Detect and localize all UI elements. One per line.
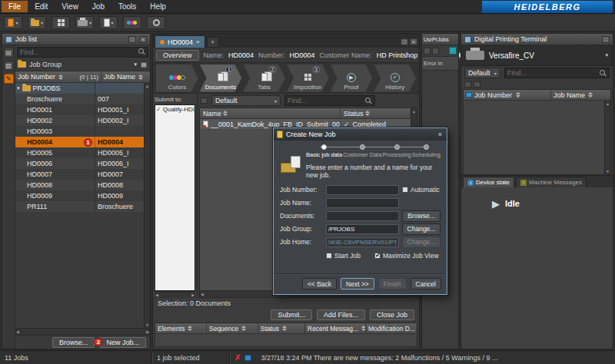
close-icon[interactable]: × — [410, 38, 417, 45]
tab-device-state[interactable]: i Device state — [463, 177, 514, 187]
sort-icon[interactable] — [58, 74, 63, 80]
view-list-icon[interactable]: ▧ — [4, 61, 14, 71]
step-imposition[interactable]: 3 Imposition — [287, 65, 329, 92]
job-list-vertical-scrollbar[interactable]: ▲▼ — [144, 83, 150, 328]
job-group-prjobs-row[interactable]: ▾PRJOBS — [15, 83, 144, 94]
close-icon[interactable]: × — [139, 36, 147, 43]
menu-view[interactable]: View — [55, 1, 85, 12]
device-row[interactable]: Versafire_CV ▾ — [461, 45, 613, 66]
sort-icon[interactable] — [516, 92, 520, 98]
step-proof[interactable]: ▶ Proof — [331, 65, 373, 92]
sort-icon[interactable] — [223, 111, 228, 116]
dpt-job-name-column-header[interactable]: Job Name — [550, 90, 610, 100]
doc-find-input[interactable] — [288, 97, 363, 104]
job-row[interactable]: HD0002HD0002_I — [15, 115, 144, 126]
search-icon[interactable] — [600, 70, 607, 77]
colors-toolbar-icon[interactable] — [123, 16, 141, 29]
maximize-job-view-checkbox[interactable] — [374, 253, 381, 259]
submit-button[interactable]: Submit... — [271, 309, 312, 320]
pin-icon[interactable]: □ — [602, 36, 610, 43]
job-grid-icon[interactable] — [52, 16, 70, 29]
job-row[interactable]: Broschuere007 — [15, 94, 144, 104]
sort-icon[interactable] — [188, 326, 192, 331]
sort-icon[interactable] — [588, 92, 593, 98]
sequence-column-header[interactable]: Sequence — [207, 323, 258, 333]
chevron-down-icon[interactable]: ▾ — [134, 61, 137, 68]
search-icon[interactable] — [365, 98, 372, 104]
search-icon[interactable] — [138, 48, 145, 55]
dpt-job-number-column-header[interactable]: Job Number — [464, 90, 550, 100]
dpt-refresh-icon[interactable] — [474, 81, 480, 88]
view-edit-icon[interactable]: ✎ — [4, 74, 14, 84]
sort-icon[interactable] — [365, 111, 370, 116]
elements-column-header[interactable]: Elements — [155, 323, 207, 333]
add-files-button[interactable]: Add Files... — [317, 309, 365, 320]
tab-machine-messages[interactable]: ! Machine Messages — [516, 177, 587, 187]
job-row[interactable]: HD0009HD0009 — [15, 190, 144, 201]
settings-toolbar-icon[interactable] — [147, 16, 165, 29]
job-row-selected[interactable]: HD00041 HD0004 — [15, 137, 144, 147]
dpt-vertical-scrollbar[interactable]: ▲▼ — [604, 101, 610, 174]
browse-button[interactable]: Browse... — [52, 337, 95, 348]
step-colors[interactable]: Colors — [156, 65, 198, 92]
open-folder-icon[interactable]: ▾ — [28, 16, 46, 29]
step-documents[interactable]: 1 Documents — [200, 65, 242, 92]
job-row[interactable]: PR111Broschuere — [15, 201, 144, 212]
dialog-title-bar[interactable]: Create New Job × — [274, 128, 447, 141]
job-group-input[interactable] — [326, 224, 399, 234]
submit-target-item[interactable]: ✓ Qualify-HD001 — [155, 105, 194, 114]
change-job-group-button[interactable]: Change... — [402, 223, 440, 235]
sort-icon[interactable] — [138, 74, 143, 80]
job-name-input[interactable] — [326, 198, 399, 208]
job-row[interactable]: HD0008HD0008 — [15, 180, 144, 190]
status-message[interactable]: 3/27/18 3:24 PM There are new messages: … — [256, 351, 615, 364]
menu-help[interactable]: Help — [143, 1, 173, 12]
menu-edit[interactable]: Edit — [28, 1, 55, 12]
step-history[interactable]: ✓ History — [374, 65, 416, 92]
doc-name-column-header[interactable]: Name — [200, 108, 340, 118]
automatic-checkbox[interactable] — [402, 187, 408, 193]
menu-file[interactable]: File — [2, 1, 28, 12]
sort-icon[interactable] — [282, 326, 287, 331]
next-button[interactable]: Next >> — [341, 278, 374, 290]
menu-job[interactable]: Job — [85, 1, 111, 12]
job-list-horizontal-scrollbar[interactable]: ◀▶ — [15, 328, 150, 335]
add-tab-button[interactable]: + — [207, 37, 219, 48]
recent-message-column-header[interactable]: Recent Messag... — [305, 323, 366, 333]
job-row[interactable]: HD0003 — [15, 126, 144, 137]
queue-view-icon[interactable] — [424, 48, 430, 55]
job-row[interactable]: HD0001HD0001_I — [15, 104, 144, 115]
job-number-input[interactable] — [326, 185, 399, 195]
status-column-header[interactable]: Status — [258, 323, 305, 333]
dpt-filter-dropdown[interactable]: Default ▾ — [464, 68, 500, 78]
start-job-checkbox[interactable] — [326, 253, 332, 259]
messages-icon[interactable] — [244, 355, 251, 361]
group-filter-icon[interactable]: ▤ — [140, 61, 148, 68]
back-button[interactable]: << Back — [302, 278, 337, 290]
queue-list-icon[interactable] — [432, 48, 439, 55]
queue-column-header[interactable]: Error in — [422, 56, 458, 71]
menu-tools[interactable]: Tools — [111, 1, 143, 12]
overview-button[interactable]: Overview — [156, 50, 199, 61]
job-find-input[interactable] — [20, 48, 136, 56]
browse-documents-button[interactable]: Browse... — [402, 210, 440, 222]
dialog-close-icon[interactable]: × — [437, 131, 444, 138]
job-number-column-header[interactable]: Job Number (0 | 11) — [15, 71, 101, 82]
dpt-find-input[interactable] — [507, 69, 597, 77]
documents-toolbar-icon[interactable]: ▾ — [99, 16, 118, 29]
tab-close-icon[interactable]: × — [196, 38, 200, 45]
job-name-column-header[interactable]: Job Name — [101, 71, 150, 82]
modification-date-column-header[interactable]: Modification D... — [366, 323, 417, 333]
documents-input[interactable] — [326, 211, 399, 221]
pin-icon[interactable]: □ — [128, 36, 136, 43]
job-row[interactable]: HD0006HD0006_I — [15, 158, 144, 169]
dpt-view-icon[interactable] — [464, 81, 471, 88]
view-jobs-icon[interactable]: ▤ — [4, 48, 14, 58]
float-panel-icon[interactable]: □ — [401, 38, 408, 45]
new-job-icon[interactable]: ▾ — [4, 16, 22, 29]
doc-filter-dropdown[interactable]: Default ▾ — [211, 95, 281, 106]
sort-icon[interactable] — [241, 326, 246, 331]
doc-status-column-header[interactable]: Status — [340, 108, 411, 118]
tab-hd0004[interactable]: HD0004 × — [155, 35, 205, 48]
tree-expand-icon[interactable]: ▾ — [17, 85, 20, 91]
